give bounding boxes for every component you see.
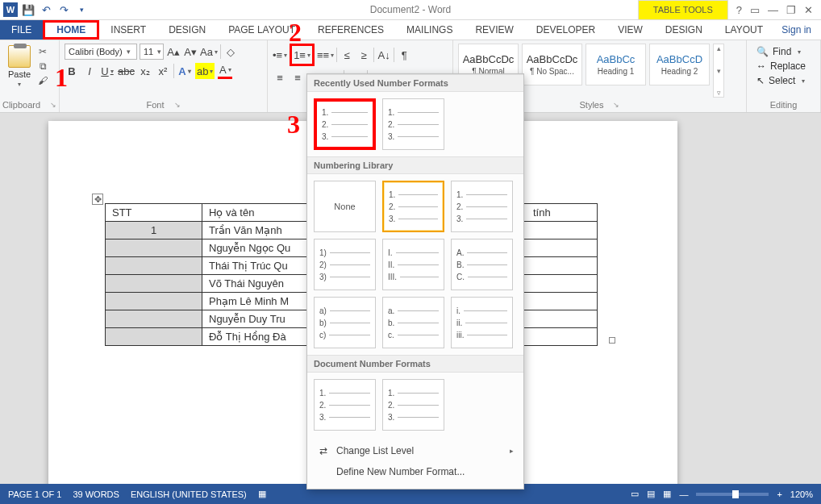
tab-mailings[interactable]: MAILINGS xyxy=(395,20,464,40)
signin-link[interactable]: Sign in xyxy=(781,20,821,40)
styles-scroll[interactable]: ▴▾▿ xyxy=(713,44,724,98)
styles-launcher-icon[interactable]: ↘ xyxy=(613,101,619,109)
help-icon[interactable]: ? xyxy=(736,4,742,16)
tab-developer[interactable]: DEVELOPER xyxy=(525,20,606,40)
clear-formatting-button[interactable]: ◇ xyxy=(223,44,238,60)
table-header-name[interactable]: Họ và tên xyxy=(202,204,307,222)
restore-icon[interactable]: ❐ xyxy=(786,4,796,16)
replace-button[interactable]: ↔Replace xyxy=(755,60,812,73)
status-word-count[interactable]: 39 WORDS xyxy=(73,489,119,499)
multilevel-list-button[interactable]: ≡≡▾ xyxy=(317,47,334,63)
save-icon[interactable]: 💾 xyxy=(21,2,35,17)
view-read-mode-icon[interactable]: ▭ xyxy=(631,489,639,499)
show-marks-button[interactable]: ¶ xyxy=(397,47,411,63)
numbering-option[interactable]: 1)2)3) xyxy=(314,239,376,290)
table-cell-stt[interactable] xyxy=(106,275,202,293)
numbering-option[interactable]: 1.2.3. xyxy=(382,181,444,232)
table-cell-stt[interactable]: 1 xyxy=(106,222,202,240)
decrease-indent-button[interactable]: ≤ xyxy=(340,47,354,63)
tab-references[interactable]: REFERENCES xyxy=(306,20,395,40)
strikethrough-button[interactable]: abc xyxy=(118,63,135,79)
style-item-2[interactable]: AaBbCcHeading 1 xyxy=(586,44,646,85)
font-name-combo[interactable]: Calibri (Body)▾ xyxy=(65,44,137,60)
increase-indent-button[interactable]: ≥ xyxy=(356,47,371,63)
numbering-option[interactable]: a.b.c. xyxy=(382,297,444,348)
numbering-option[interactable]: i.ii.iii. xyxy=(451,297,513,348)
clipboard-launcher-icon[interactable]: ↘ xyxy=(50,101,56,109)
highlight-button[interactable]: ab▾ xyxy=(195,63,215,79)
status-page[interactable]: PAGE 1 OF 1 xyxy=(8,489,61,499)
numbering-option[interactable]: 1.2.3. xyxy=(451,181,513,232)
zoom-level[interactable]: 120% xyxy=(790,489,813,499)
style-item-1[interactable]: AaBbCcDc¶ No Spac... xyxy=(522,44,582,85)
subscript-button[interactable]: x₂ xyxy=(138,63,152,79)
define-new-format-item[interactable]: Define New Number Format... xyxy=(307,461,523,482)
tab-table-design[interactable]: DESIGN xyxy=(654,20,714,40)
font-launcher-icon[interactable]: ↘ xyxy=(174,101,181,109)
ribbon-display-options-icon[interactable]: ▭ xyxy=(750,4,760,16)
numbering-option[interactable]: 1.2.3. xyxy=(382,98,444,150)
zoom-slider[interactable] xyxy=(696,493,769,496)
tab-home[interactable]: HOME xyxy=(43,20,99,40)
style-item-3[interactable]: AaBbCcDHeading 2 xyxy=(649,44,710,85)
status-language[interactable]: ENGLISH (UNITED STATES) xyxy=(131,489,247,499)
table-cell-stt[interactable] xyxy=(106,328,202,346)
status-macro-icon[interactable]: ▦ xyxy=(258,489,266,499)
table-cell-stt[interactable] xyxy=(106,310,202,328)
table-cell-stt[interactable] xyxy=(106,257,202,275)
close-icon[interactable]: ✕ xyxy=(804,4,813,16)
copy-icon[interactable]: ⧉ xyxy=(35,60,50,73)
text-effects-button[interactable]: A▾ xyxy=(177,63,192,79)
table-move-handle[interactable]: ✥ xyxy=(92,194,103,205)
shrink-font-button[interactable]: A▾ xyxy=(183,44,198,60)
superscript-button[interactable]: x² xyxy=(156,63,170,79)
table-cell-stt[interactable] xyxy=(106,240,202,257)
group-clipboard: Paste ▾ ✂ ⧉ 🖌 Clipboard↘ xyxy=(0,40,60,112)
word-app-icon: W xyxy=(3,2,18,17)
numbering-option[interactable]: A.B.C. xyxy=(451,239,513,290)
format-painter-icon[interactable]: 🖌 xyxy=(35,74,50,87)
view-print-layout-icon[interactable]: ▤ xyxy=(647,489,655,499)
align-left-button[interactable]: ≡ xyxy=(273,69,287,85)
tab-view[interactable]: VIEW xyxy=(606,20,654,40)
zoom-in-button[interactable]: + xyxy=(777,489,781,499)
tab-file[interactable]: FILE xyxy=(0,20,43,40)
tab-insert[interactable]: INSERT xyxy=(99,20,157,40)
font-size-combo[interactable]: 11▾ xyxy=(140,44,164,60)
redo-icon[interactable]: ↷ xyxy=(56,2,71,17)
numbering-option[interactable]: None xyxy=(314,181,376,232)
change-list-level-item[interactable]: ⇄Change List Level▸ xyxy=(307,440,523,461)
bullets-button[interactable]: •≡▾ xyxy=(273,47,287,63)
numbering-option[interactable]: 1.2.3. xyxy=(382,379,444,431)
paste-button[interactable]: Paste ▾ xyxy=(5,44,34,90)
grow-font-button[interactable]: A▴ xyxy=(166,44,181,60)
define-new-icon xyxy=(317,465,330,478)
select-icon: ↖ xyxy=(756,75,765,86)
select-button[interactable]: ↖Select▾ xyxy=(755,74,812,87)
align-center-button[interactable]: ≡ xyxy=(290,69,305,85)
tab-table-layout[interactable]: LAYOUT xyxy=(714,20,774,40)
font-color-button[interactable]: A▾ xyxy=(218,63,232,79)
undo-icon[interactable]: ↶ xyxy=(39,2,53,17)
italic-button[interactable]: I xyxy=(82,63,97,79)
view-web-layout-icon[interactable]: ▦ xyxy=(663,489,671,499)
numbering-option[interactable]: a)b)c) xyxy=(314,297,376,348)
table-header-stt[interactable]: STT xyxy=(106,204,202,222)
sort-button[interactable]: A↓ xyxy=(377,47,391,63)
cut-icon[interactable]: ✂ xyxy=(35,45,50,58)
group-label-font: Font xyxy=(146,100,164,110)
minimize-icon[interactable]: — xyxy=(768,4,778,16)
numbering-option[interactable]: 1.2.3. xyxy=(314,98,376,150)
table-cell-stt[interactable] xyxy=(106,293,202,310)
tab-review[interactable]: REVIEW xyxy=(464,20,524,40)
find-button[interactable]: 🔍Find▾ xyxy=(755,45,812,58)
table-resize-handle[interactable] xyxy=(609,337,615,344)
change-case-button[interactable]: Aa▾ xyxy=(200,44,218,60)
numbering-option[interactable]: I.II.III. xyxy=(382,239,444,290)
underline-button[interactable]: U▾ xyxy=(100,63,115,79)
tab-design[interactable]: DESIGN xyxy=(157,20,217,40)
title-bar: W 💾 ↶ ↷ ▾ Document2 - Word TABLE TOOLS ?… xyxy=(0,0,821,20)
qat-customize-icon[interactable]: ▾ xyxy=(74,2,89,17)
zoom-out-button[interactable]: — xyxy=(679,489,688,499)
numbering-option[interactable]: 1.2.3. xyxy=(314,379,376,431)
